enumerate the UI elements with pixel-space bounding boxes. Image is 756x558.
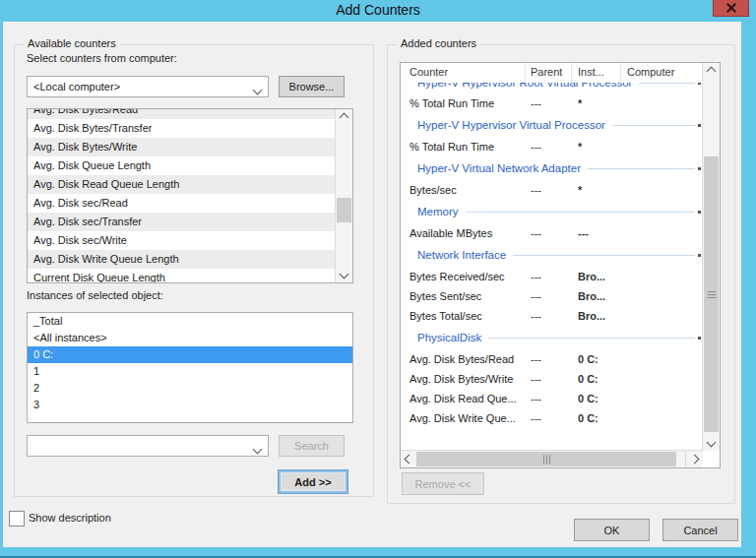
column-header-inst[interactable]: Inst...	[572, 63, 621, 83]
counter-list-item[interactable]: Avg. Disk Read Queue Length	[28, 175, 336, 194]
dialog-body: Available counters Select counters from …	[3, 22, 741, 547]
counters-scrollbar[interactable]	[335, 109, 352, 282]
instances-label: Instances of selected object:	[27, 289, 163, 301]
counter-list-item[interactable]: Current Disk Queue Length	[28, 269, 336, 282]
column-header-parent[interactable]: Parent	[526, 63, 572, 83]
search-combobox[interactable]	[27, 435, 269, 457]
added-counter-row[interactable]: Avg. Disk Read Que...---0 C:	[401, 389, 703, 408]
added-counter-row[interactable]: Bytes Received/sec---Bro...	[401, 267, 703, 286]
scroll-left-arrow[interactable]	[401, 451, 417, 467]
added-counter-group-row[interactable]: Hyper-V Hypervisor Virtual Processor	[401, 113, 703, 137]
cancel-button[interactable]: Cancel	[662, 519, 738, 541]
counter-list-item[interactable]: Avg. Disk sec/Read	[28, 194, 336, 213]
scroll-down-arrow[interactable]	[703, 434, 720, 451]
counter-list-item[interactable]: Avg. Disk Bytes/Write	[28, 138, 336, 156]
add-counters-dialog: Add Counters Available counters Select c…	[0, 0, 756, 558]
instance-list-item[interactable]: 0 C:	[28, 346, 352, 363]
counter-list-item[interactable]: Avg. Disk Queue Length	[28, 156, 336, 175]
counters-list-rows: Avg. Disk Bytes/ReadAvg. Disk Bytes/Tran…	[28, 109, 336, 282]
scroll-up-arrow[interactable]	[336, 109, 352, 126]
computer-combobox-value: <Local computer>	[28, 77, 268, 96]
select-computer-label: Select counters from computer:	[27, 52, 177, 64]
added-counter-row[interactable]: Avg. Disk Write Que...---0 C:	[401, 408, 703, 428]
close-button[interactable]	[713, 0, 749, 17]
remove-button[interactable]: Remove <<	[402, 472, 484, 495]
counter-list-item[interactable]: Avg. Disk Bytes/Read	[28, 109, 336, 119]
add-button[interactable]: Add >>	[278, 469, 348, 494]
scroll-right-arrow[interactable]	[685, 451, 703, 467]
table-vertical-scrollbar[interactable]	[702, 63, 720, 451]
dialog-title: Add Counters	[0, 0, 756, 21]
added-counters-table: Counter Parent Inst... Computer Hyper-V …	[400, 62, 721, 468]
column-header-counter[interactable]: Counter	[401, 63, 526, 83]
added-counter-row[interactable]: % Total Run Time---*	[401, 137, 703, 156]
instances-listbox[interactable]: _Total<All instances>0 C:123	[27, 312, 353, 423]
scroll-down-arrow[interactable]	[336, 266, 352, 282]
added-counter-row[interactable]: Avg. Disk Bytes/Read---0 C:	[401, 349, 703, 369]
browse-button[interactable]: Browse...	[279, 76, 345, 97]
added-counter-row[interactable]: Available MBytes------	[401, 223, 703, 243]
added-counter-group-row[interactable]: Hyper-V Hypervisor Root Virtual Processo…	[401, 83, 703, 93]
column-header-computer[interactable]: Computer	[621, 63, 703, 83]
chevron-down-icon[interactable]	[254, 443, 261, 455]
vertical-scrollbar-thumb[interactable]	[704, 156, 719, 432]
available-counters-label: Available counters	[24, 37, 120, 49]
added-counters-label: Added counters	[397, 37, 480, 49]
added-counter-row[interactable]: Bytes Total/sec---Bro...	[401, 306, 703, 326]
chevron-down-icon[interactable]	[254, 84, 261, 95]
added-counter-group-row[interactable]: Memory	[401, 200, 703, 223]
counter-list-item[interactable]: Avg. Disk Write Queue Length	[28, 250, 336, 269]
added-rows: Hyper-V Hypervisor Root Virtual Processo…	[401, 83, 703, 451]
instance-list-item[interactable]: 2	[28, 380, 352, 397]
counter-list-item[interactable]: Avg. Disk Bytes/Transfer	[28, 119, 336, 138]
added-counters-group: Added counters Counter Parent Inst... Co…	[387, 44, 735, 504]
added-counter-group-row-clipped[interactable]: Hyper-V Hypervisor Root Virtual Processo…	[401, 83, 703, 93]
available-counters-group: Available counters Select counters from …	[14, 44, 374, 497]
table-header-row: Counter Parent Inst... Computer	[401, 63, 703, 84]
added-counter-row[interactable]: % Total Run Time---*	[401, 93, 703, 113]
scroll-up-arrow[interactable]	[703, 63, 720, 80]
horizontal-scrollbar-thumb[interactable]	[416, 452, 676, 466]
counter-list-item[interactable]: Avg. Disk sec/Transfer	[28, 213, 336, 231]
titlebar[interactable]: Add Counters	[0, 0, 756, 22]
added-counter-group-row[interactable]: PhysicalDisk	[401, 326, 703, 349]
added-counter-group-row[interactable]: Hyper-V Virtual Network Adapter	[401, 156, 703, 180]
counter-list-item[interactable]: Avg. Disk sec/Write	[28, 231, 336, 250]
show-description-checkbox[interactable]	[9, 511, 25, 527]
table-horizontal-scrollbar[interactable]	[401, 450, 703, 467]
added-counter-group-row[interactable]: Network Interface	[401, 243, 703, 267]
instance-list-item[interactable]: <All instances>	[28, 330, 352, 346]
added-counter-row[interactable]: Bytes/sec---*	[401, 180, 703, 200]
added-counter-row[interactable]: Bytes Sent/sec---Bro...	[401, 286, 703, 306]
search-button[interactable]: Search	[279, 435, 345, 457]
instances-list-rows: _Total<All instances>0 C:123	[28, 313, 352, 413]
instance-list-item[interactable]: 3	[28, 397, 352, 413]
instance-list-item[interactable]: 1	[28, 363, 352, 380]
instance-list-item[interactable]: _Total	[28, 313, 352, 330]
vertical-scrollbar-thumb[interactable]	[337, 198, 351, 222]
show-description-label: Show description	[29, 512, 111, 524]
computer-combobox[interactable]: <Local computer>	[27, 76, 269, 97]
counters-listbox[interactable]: Avg. Disk Bytes/ReadAvg. Disk Bytes/Tran…	[27, 108, 353, 283]
added-counter-row[interactable]: Avg. Disk Bytes/Write---0 C:	[401, 369, 703, 389]
ok-button[interactable]: OK	[574, 519, 650, 541]
close-icon	[725, 2, 737, 14]
